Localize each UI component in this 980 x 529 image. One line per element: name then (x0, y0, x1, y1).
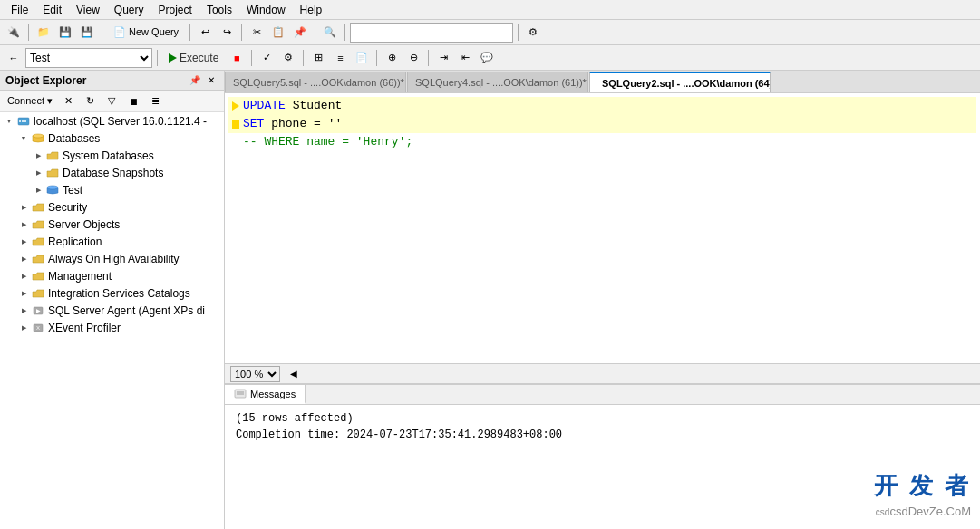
oe-close-btn[interactable]: ✕ (204, 73, 218, 88)
messages-tab-label: Messages (250, 389, 296, 399)
oe-summary-btn[interactable]: ≣ (145, 91, 165, 111)
server-objects-icon (31, 218, 45, 231)
tree-integration[interactable]: Integration Services Catalogs (0, 284, 224, 302)
main-content: Object Explorer 📌 ✕ Connect ▾ ✕ ↻ ▽ ⏹ ≣ (0, 71, 980, 529)
tree-replication[interactable]: Replication (0, 233, 224, 250)
db-snapshots-expand[interactable] (31, 166, 45, 180)
tree-always-on[interactable]: Always On High Availability (0, 250, 224, 267)
menu-file[interactable]: File (4, 2, 35, 18)
new-connection-btn[interactable]: 🔌 (4, 23, 24, 43)
zoom-selector[interactable]: 100 % (230, 366, 280, 382)
results-to-file-btn[interactable]: 📄 (352, 48, 372, 68)
tab-sqlquery2[interactable]: SQLQuery2.sql - ....OOK\damon (64))* 📌 ✕ (589, 72, 771, 92)
server-objects-expand[interactable] (16, 217, 31, 232)
paste-btn[interactable]: 📌 (290, 23, 310, 43)
new-query-btn[interactable]: 📄 New Query (107, 23, 185, 43)
security-icon (31, 201, 45, 214)
replication-icon (31, 236, 45, 248)
oe-header: Object Explorer 📌 ✕ (0, 71, 224, 91)
oe-stop-btn[interactable]: ⏹ (123, 91, 143, 111)
server-expand-icon[interactable] (2, 114, 16, 129)
oe-refresh-btn[interactable]: ↻ (80, 91, 100, 111)
databases-expand-icon[interactable] (16, 131, 31, 146)
system-dbs-expand[interactable] (31, 149, 45, 163)
query-opts-btn[interactable]: ⚙ (278, 48, 298, 68)
results-panel: Messages (15 rows affected) Completion t… (225, 384, 980, 529)
management-expand[interactable] (16, 269, 31, 284)
xevent-expand[interactable] (16, 321, 31, 335)
tree-xevent[interactable]: X XEvent Profiler (0, 319, 224, 336)
tree-db-snapshots[interactable]: Database Snapshots (0, 164, 224, 181)
results-to-grid-btn[interactable]: ⊞ (308, 48, 328, 68)
comment-line: -- WHERE name = 'Henry'; (243, 133, 412, 151)
security-expand[interactable] (16, 200, 31, 215)
tree-databases[interactable]: Databases (0, 130, 224, 147)
zoom-scroll-left[interactable]: ◀ (284, 364, 304, 384)
menu-project[interactable]: Project (151, 2, 199, 18)
sql-agent-expand[interactable] (16, 303, 31, 318)
menu-help[interactable]: Help (293, 2, 330, 18)
save-btn[interactable]: 💾 (55, 23, 75, 43)
tree-server-objects[interactable]: Server Objects (0, 216, 224, 233)
tree-security[interactable]: Security (0, 198, 224, 216)
outdent-btn[interactable]: ⇤ (455, 48, 475, 68)
oe-connect-btn[interactable]: Connect ▾ (4, 91, 56, 111)
tree-system-dbs[interactable]: System Databases (0, 147, 224, 164)
cut-btn[interactable]: ✂ (247, 23, 267, 43)
back-btn[interactable]: ← (4, 48, 24, 68)
comment-btn[interactable]: 💬 (477, 48, 497, 68)
rollback-btn[interactable]: ⊖ (403, 48, 423, 68)
test-db-icon (45, 184, 60, 197)
open-file-btn[interactable]: 📁 (34, 23, 53, 43)
search-btn[interactable]: 🔍 (320, 23, 340, 43)
menu-view[interactable]: View (69, 2, 107, 18)
undo-btn[interactable]: ↩ (195, 23, 215, 43)
oe-tree: localhost (SQL Server 16.0.1121.4 - Data… (0, 112, 224, 529)
replication-expand[interactable] (16, 235, 31, 249)
menu-edit[interactable]: Edit (35, 2, 69, 18)
server-icon (16, 115, 31, 128)
always-on-label: Always On High Availability (48, 253, 180, 265)
indent-btn[interactable]: ⇥ (433, 48, 453, 68)
tree-test-db[interactable]: Test (0, 181, 224, 198)
tree-management[interactable]: Management (0, 267, 224, 284)
menu-query[interactable]: Query (107, 2, 151, 18)
results-to-text-btn[interactable]: ≡ (330, 48, 350, 68)
tab5-label: SQLQuery5.sql - ....OOK\damon (66))* (233, 77, 404, 88)
oe-filter-btn[interactable]: ▽ (102, 91, 121, 111)
copy-btn[interactable]: 📋 (268, 23, 288, 43)
menu-window[interactable]: Window (239, 2, 293, 18)
integration-label: Integration Services Catalogs (48, 287, 190, 300)
xevent-label: XEvent Profiler (48, 322, 121, 334)
kw-update: UPDATE (243, 97, 286, 115)
menu-tools[interactable]: Tools (199, 2, 239, 18)
oe-pin-btn[interactable]: 📌 (188, 73, 202, 88)
messages-tab[interactable]: Messages (225, 385, 306, 404)
properties-btn[interactable]: ⚙ (523, 23, 543, 43)
tree-sql-agent[interactable]: ▶ SQL Server Agent (Agent XPs di (0, 302, 224, 319)
tree-server[interactable]: localhost (SQL Server 16.0.1121.4 - (0, 112, 224, 130)
oe-disconnect-btn[interactable]: ✕ (58, 91, 78, 111)
tab-sqlquery5[interactable]: SQLQuery5.sql - ....OOK\damon (66))* (225, 72, 406, 92)
stop-btn[interactable]: ■ (227, 48, 247, 68)
test-db-expand[interactable] (31, 183, 45, 197)
replication-label: Replication (48, 236, 102, 248)
assign-op: = '' (314, 115, 342, 133)
watermark-sub: csdcsdDevZe.CoM (876, 505, 971, 518)
search-input[interactable] (350, 23, 513, 43)
toolbar-sep-5 (315, 24, 315, 41)
transaction-btn[interactable]: ⊕ (382, 48, 402, 68)
tab-sqlquery4[interactable]: SQLQuery4.sql - ....OOK\damon (61))* (407, 72, 588, 92)
code-editor[interactable]: UPDATE Student SET phone = '' -- WHERE n… (225, 93, 980, 364)
databases-label: Databases (48, 132, 100, 145)
parse-btn[interactable]: ✓ (257, 48, 277, 68)
execute-button[interactable]: Execute (162, 48, 225, 68)
save-all-btn[interactable]: 💾 (77, 23, 97, 43)
always-on-expand[interactable] (16, 252, 31, 266)
redo-btn[interactable]: ↪ (217, 23, 237, 43)
database-selector[interactable]: Test (25, 48, 152, 68)
xevent-icon: X (31, 322, 45, 334)
completion-time-msg: Completion time: 2024-07-23T17:35:41.298… (236, 428, 969, 441)
server-objects-label: Server Objects (48, 218, 120, 231)
integration-expand[interactable] (16, 286, 31, 301)
